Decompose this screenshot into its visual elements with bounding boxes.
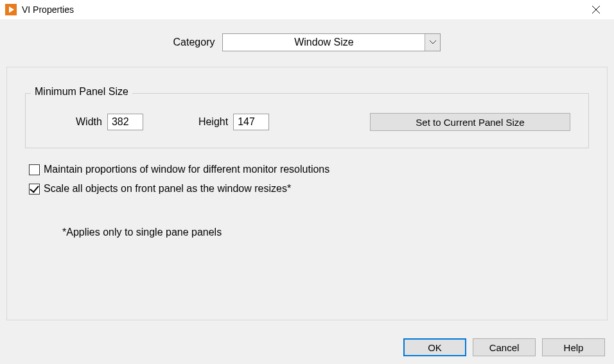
category-label: Category [173, 37, 215, 48]
close-icon [592, 6, 600, 13]
close-button[interactable] [583, 1, 609, 19]
scale-objects-checkbox[interactable] [29, 184, 40, 195]
window-title: VI Properties [22, 4, 583, 15]
maintain-proportions-row: Maintain proportions of window for diffe… [29, 164, 589, 175]
category-select-value: Window Size [223, 37, 425, 48]
button-row: OK Cancel Help [403, 338, 605, 356]
width-label: Width [76, 116, 102, 128]
main-panel: Minimum Panel Size Width Height Set to C… [6, 67, 608, 320]
chevron-down-icon [425, 34, 440, 51]
set-current-panel-size-button[interactable]: Set to Current Panel Size [370, 113, 570, 131]
titlebar: VI Properties [0, 0, 614, 19]
app-icon [5, 4, 17, 15]
cancel-button[interactable]: Cancel [473, 338, 536, 356]
groupbox-legend: Minimum Panel Size [31, 86, 132, 98]
category-select[interactable]: Window Size [222, 33, 441, 51]
height-label: Height [198, 116, 228, 128]
scale-objects-label: Scale all objects on front panel as the … [44, 183, 291, 195]
category-row: Category Window Size [0, 19, 614, 60]
size-row: Width Height Set to Current Panel Size [44, 113, 570, 131]
help-button[interactable]: Help [542, 338, 605, 356]
maintain-proportions-checkbox[interactable] [29, 164, 40, 175]
scale-objects-row: Scale all objects on front panel as the … [29, 183, 589, 195]
ok-button[interactable]: OK [403, 338, 466, 356]
maintain-proportions-label: Maintain proportions of window for diffe… [44, 164, 329, 175]
content-area: Category Window Size Minimum Panel Size … [0, 19, 614, 364]
minimum-panel-size-group: Minimum Panel Size Width Height Set to C… [25, 93, 589, 148]
note-text: *Applies only to single pane panels [62, 227, 589, 238]
height-input[interactable] [233, 114, 269, 130]
width-input[interactable] [107, 114, 143, 130]
